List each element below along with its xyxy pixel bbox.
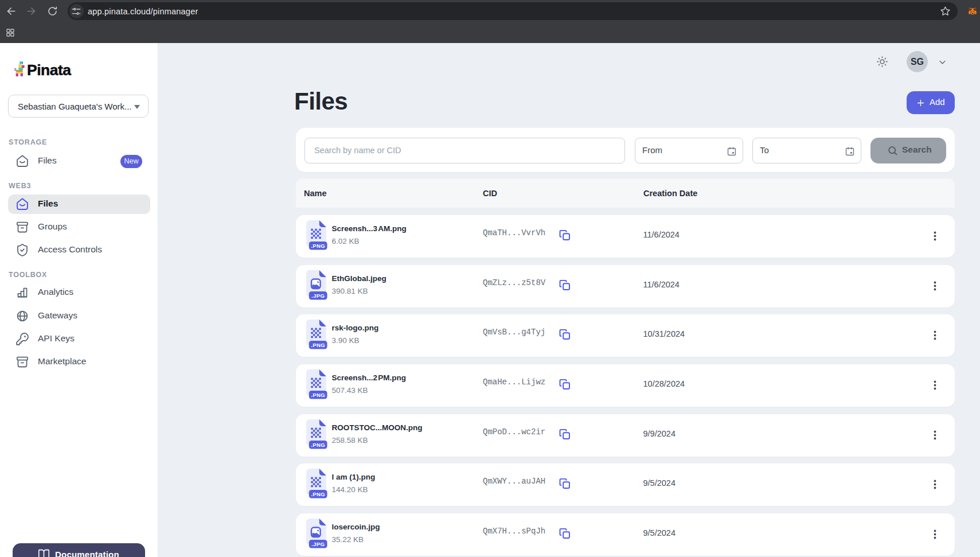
svg-text:.PNG: .PNG — [311, 243, 325, 249]
svg-text:.PNG: .PNG — [311, 442, 325, 448]
svg-text:.PNG: .PNG — [311, 491, 325, 497]
svg-text:.JPG: .JPG — [311, 293, 324, 299]
svg-text:.JPG: .JPG — [311, 541, 324, 547]
svg-text:.PNG: .PNG — [311, 392, 325, 398]
svg-text:.PNG: .PNG — [311, 342, 325, 348]
